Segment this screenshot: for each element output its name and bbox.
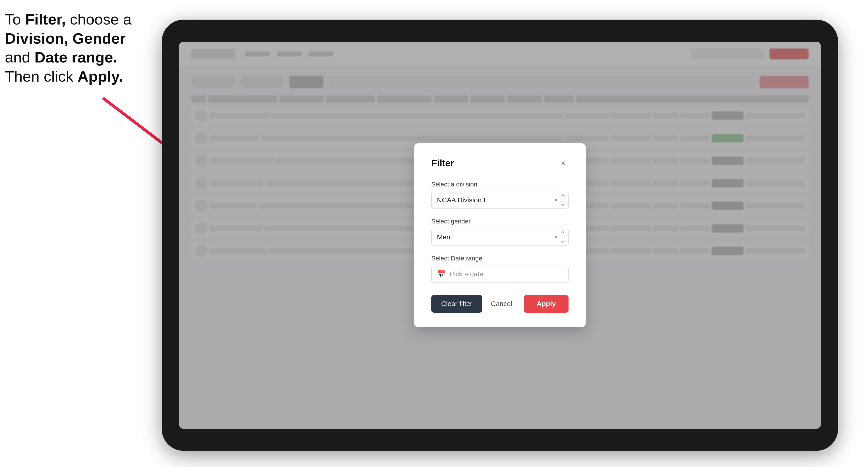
tablet-screen: Filter × Select a division NCAA Division… — [179, 42, 821, 429]
date-range-label: Select Date range — [431, 255, 568, 262]
calendar-icon: 📅 — [437, 270, 445, 278]
gender-label: Select gender — [431, 218, 568, 225]
date-range-input[interactable]: 📅 Pick a date — [431, 266, 568, 283]
apply-button[interactable]: Apply — [524, 295, 568, 313]
modal-footer-right: Cancel Apply — [485, 295, 568, 313]
modal-header: Filter × — [431, 158, 568, 169]
modal-close-button[interactable]: × — [558, 158, 568, 169]
filter-modal: Filter × Select a division NCAA Division… — [414, 143, 586, 328]
gender-field: Select gender Men Women × ⌃⌄ — [431, 218, 568, 246]
date-placeholder: Pick a date — [450, 270, 484, 278]
cancel-button[interactable]: Cancel — [485, 295, 518, 313]
date-range-field: Select Date range 📅 Pick a date — [431, 255, 568, 283]
tablet-frame: Filter × Select a division NCAA Division… — [162, 20, 838, 451]
modal-footer: Clear filter Cancel Apply — [431, 295, 568, 313]
instruction-text: To Filter, choose a Division, Gender and… — [5, 10, 147, 86]
division-select[interactable]: NCAA Division I NCAA Division II NCAA Di… — [431, 192, 568, 209]
modal-title: Filter — [431, 158, 454, 168]
instruction-line4: Then click Apply. — [5, 68, 123, 85]
instruction-line1: To Filter, choose a — [5, 11, 132, 28]
gender-select[interactable]: Men Women — [431, 228, 568, 246]
modal-overlay: Filter × Select a division NCAA Division… — [179, 42, 821, 429]
division-field: Select a division NCAA Division I NCAA D… — [431, 181, 568, 209]
gender-select-wrapper: Men Women × ⌃⌄ — [431, 228, 568, 246]
instruction-line3: and Date range. — [5, 49, 117, 66]
instruction-bold2: Division, Gender — [5, 30, 126, 47]
division-label: Select a division — [431, 181, 568, 188]
clear-filter-button[interactable]: Clear filter — [431, 295, 482, 313]
division-select-wrapper: NCAA Division I NCAA Division II NCAA Di… — [431, 192, 568, 209]
